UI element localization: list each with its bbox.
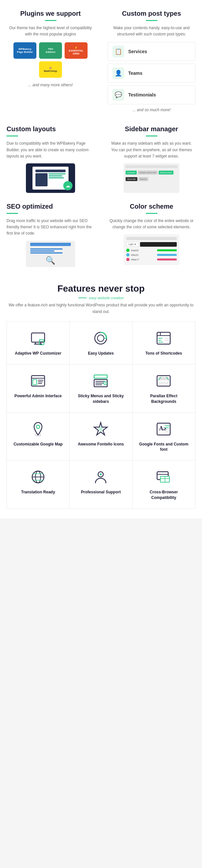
feature-label-browser: Cross-Browser Compatibllity: [138, 490, 190, 501]
cpt-title: Custom post types: [107, 10, 196, 18]
layout-content-line-2: [48, 175, 62, 177]
features-grid: Adaptive WP Customizer Easy Updates: [6, 321, 196, 509]
custom-layouts-image: ☁: [26, 163, 75, 193]
color-bar-3: [157, 258, 177, 260]
color-scheme-desc: Quickly change the color of the entire w…: [107, 218, 196, 230]
plugins-desc: Our theme has the highest level of compa…: [6, 25, 95, 37]
seo-divider: [6, 213, 18, 214]
svg-point-34: [36, 425, 40, 428]
feature-icon-adaptive: [30, 330, 46, 347]
color-swatch-3: #f6de77: [126, 258, 177, 261]
color-dot-2: [126, 253, 130, 256]
cpt-icon-teams: 👤: [112, 67, 124, 79]
color-code-3: #f6de77: [131, 258, 156, 261]
svg-rect-31: [158, 381, 169, 385]
layout-lines: [34, 168, 67, 188]
feature-fontello: Awesome Fontello Icons: [69, 413, 132, 461]
sidebar-btn-about: About Me: [126, 177, 137, 181]
top-section: Plugins we support Our theme has the hig…: [0, 0, 202, 119]
seo-magnify-icon: 🔍: [45, 256, 56, 265]
feature-sticky: Sticky Menus and Sticky sidebars: [69, 365, 132, 413]
plugin-wpbakery: WPBakeryPage Builder: [13, 42, 36, 59]
seo-lines: [30, 248, 71, 254]
custom-layouts-divider: [6, 135, 18, 136]
feature-icon-support: [92, 468, 109, 486]
plugins-col: Plugins we support Our theme has the hig…: [0, 10, 101, 112]
plugins-divider: [45, 20, 57, 21]
features-title: Features never stop: [6, 283, 196, 294]
feature-shortcodes: Tons of Shortcodes: [133, 322, 195, 365]
cpt-label-services: Services: [128, 49, 147, 54]
custom-layouts-col: Custom layouts Due to compatibility with…: [0, 125, 101, 193]
seo-image: 🔍: [26, 241, 75, 267]
lower-section: SEO optimized Drag more traffic to your …: [0, 199, 202, 274]
feature-icon-shortcodes: [155, 330, 172, 347]
svg-point-7: [97, 335, 104, 341]
sidebar-top-bar: [126, 165, 177, 168]
layout-content: [48, 173, 66, 186]
color-top-bar: Light ▼: [126, 242, 177, 247]
cpt-icon-testimonials: 💬: [112, 89, 124, 101]
feature-label-shortcodes: Tons of Shortcodes: [138, 351, 190, 356]
feature-icon-fontello: [92, 421, 109, 438]
features-subtitle-text: easy website creation: [89, 296, 124, 300]
color-bar-2: [157, 254, 177, 256]
custom-layouts-desc: Due to compatibility with the WPBakery P…: [6, 141, 95, 159]
feature-icon-updates: [92, 330, 109, 347]
color-scheme-col: Color scheme Quickly change the color of…: [101, 203, 202, 267]
sidebar-btn-contents: Contents: [126, 170, 137, 175]
seo-google-bar: [30, 243, 71, 246]
seo-line-2: [30, 250, 55, 252]
seo-desc: Drag more traffic to your website with o…: [6, 218, 95, 237]
sidebar-btn-sidebar: Sidebar: [138, 177, 148, 181]
sidebar-row-1: Contents Widgets above title Recent post…: [126, 170, 177, 175]
cpt-icon-services: 📋: [112, 45, 124, 57]
seo-inner: 🔍: [26, 241, 75, 267]
cpt-and-more: ... and so much more!: [107, 107, 196, 112]
layout-wp-icon: ☁: [63, 181, 72, 190]
cpt-item-teams: 👤 Teams: [107, 64, 196, 83]
feature-label-updates: Easy Updates: [75, 351, 127, 356]
feature-parallax: Parallax Effect Backgrounds: [133, 365, 195, 413]
svg-rect-22: [94, 375, 107, 378]
feature-icon-translation: [30, 468, 46, 486]
sidebar-btn-recent: Recent posts: [159, 170, 173, 175]
color-scheme-divider: [146, 213, 158, 214]
color-dark-bar: [140, 242, 177, 247]
svg-rect-0: [32, 333, 44, 342]
color-dot-1: [126, 249, 130, 252]
seo-title: SEO optimized: [6, 203, 95, 210]
subtitle-line-left: [78, 298, 87, 298]
feature-label-adaptive: Adaptive WP Customizer: [12, 351, 64, 356]
plugin-essential: ⚡ESSENTIALGRID: [65, 42, 88, 59]
feature-icon-sticky: [92, 372, 109, 390]
custom-post-types-col: Custom post types Make your contents han…: [101, 10, 202, 112]
seo-line-3: [30, 252, 63, 254]
plugin-trx: TRXAddons: [39, 42, 62, 59]
feature-easy-updates: Easy Updates: [69, 322, 132, 365]
layout-content-line-3: [48, 177, 64, 179]
plugins-and-more: ... and many more others!: [6, 83, 95, 87]
color-scheme-image: Light ▼ #0dd33 #f6e2f1 #f6de77: [124, 234, 179, 265]
sidebar-manager-title: Sidebar manager: [107, 125, 196, 133]
svg-rect-18: [33, 379, 37, 385]
sidebar-btn-widgets: Widgets above title: [138, 170, 158, 175]
layout-content-line-1: [48, 173, 66, 175]
feature-icon-fonts: Aa: [155, 421, 172, 438]
svg-point-50: [100, 473, 102, 475]
feature-fonts: Aa Google Fonts and Custom font: [133, 413, 195, 461]
sidebar-manager-image: Contents Widgets above title Recent post…: [124, 163, 179, 193]
feature-label-translation: Translation Ready: [12, 490, 64, 495]
sidebar-manager-col: Sidebar manager Make as many sidebars wi…: [101, 125, 202, 193]
feature-label-fontello: Awesome Fontello Icons: [75, 441, 127, 447]
cpt-desc: Make your contents handy, easy-to-use an…: [107, 25, 196, 37]
feature-icon-admin: [30, 372, 46, 390]
cpt-list: 📋 Services 👤 Teams 💬 Testimonials: [107, 42, 196, 104]
color-select-light[interactable]: Light ▼: [126, 242, 139, 247]
feature-browser: Cross-Browser Compatibllity: [133, 461, 195, 508]
features-desc: We offer a feature-rich and highly funct…: [6, 302, 196, 315]
sidebar-manager-desc: Make as many sidebars with ads as you wa…: [107, 141, 196, 159]
feature-icon-browser: [155, 468, 172, 486]
feature-label-admin: Powerful Admin Interface: [12, 393, 64, 399]
cpt-item-testimonials: 💬 Testimonials: [107, 85, 196, 104]
